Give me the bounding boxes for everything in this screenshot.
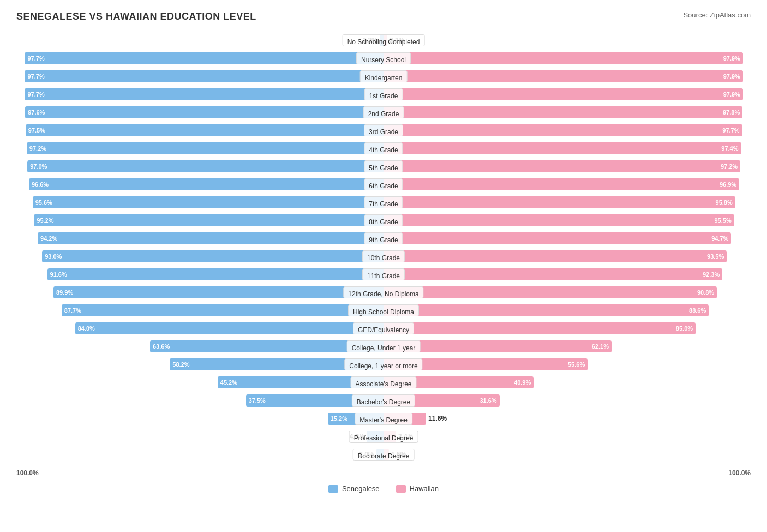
bar-right-container: 31.6% bbox=[384, 392, 751, 409]
center-label: 6th Grade bbox=[364, 178, 403, 190]
center-label: 2nd Grade bbox=[363, 106, 404, 118]
center-label: Associate's Degree bbox=[350, 376, 416, 388]
bar-row: 84.0% GED/Equivalency 85.0% bbox=[16, 320, 751, 337]
legend: Senegalese Hawaiian bbox=[16, 485, 751, 493]
bar-right-container: 40.9% bbox=[384, 374, 751, 391]
bar-right: 92.3% bbox=[384, 268, 722, 280]
center-label: 7th Grade bbox=[364, 196, 403, 208]
bar-value-inside-left: 97.5% bbox=[28, 127, 45, 134]
bar-value-inside-right: 97.9% bbox=[723, 91, 740, 98]
center-label: 1st Grade bbox=[364, 88, 403, 100]
legend-senegalese-label: Senegalese bbox=[342, 485, 380, 493]
bar-left: 91.6% bbox=[47, 268, 384, 280]
bar-value-inside-left: 97.7% bbox=[27, 55, 44, 62]
bar-left: 97.7% bbox=[25, 52, 384, 64]
bar-right-container: 55.6% bbox=[384, 356, 751, 373]
bar-left-container: 94.2% bbox=[16, 230, 384, 247]
center-label: 11th Grade bbox=[362, 268, 405, 280]
bar-left-container: 97.7% bbox=[16, 50, 384, 67]
center-label: Kindergarten bbox=[360, 70, 408, 82]
bar-row: 37.5% Bachelor's Degree 31.6% bbox=[16, 392, 751, 409]
bar-value-inside-left: 95.6% bbox=[35, 199, 52, 206]
bar-value-inside-left: 63.6% bbox=[153, 343, 170, 350]
bar-left-container: 97.7% bbox=[16, 68, 384, 85]
bar-right: 97.7% bbox=[384, 124, 742, 136]
center-label: Professional Degree bbox=[349, 431, 418, 443]
bar-left-container: 97.2% bbox=[16, 140, 384, 157]
bar-row: 2.0% Doctorate Degree 1.5% bbox=[16, 446, 751, 463]
bar-value-inside-right: 97.9% bbox=[723, 55, 740, 62]
chart-area: 2.3% No Schooling Completed 2.2% 97.7% N… bbox=[16, 32, 751, 463]
bar-left-container: 2.0% bbox=[16, 446, 384, 463]
legend-hawaiian-label: Hawaiian bbox=[410, 485, 439, 493]
bar-value-right: 11.6% bbox=[428, 415, 447, 422]
bar-right: 90.8% bbox=[384, 286, 717, 298]
bar-right: 97.9% bbox=[384, 52, 743, 64]
bar-value-inside-right: 90.8% bbox=[697, 289, 714, 296]
center-label: Master's Degree bbox=[355, 413, 412, 425]
bar-right-container: 95.5% bbox=[384, 212, 751, 229]
bar-right-container: 92.3% bbox=[384, 266, 751, 283]
center-label: GED/Equivalency bbox=[353, 322, 414, 334]
bar-row: 4.6% Professional Degree 3.4% bbox=[16, 428, 751, 445]
bar-row: 97.0% 5th Grade 97.2% bbox=[16, 158, 751, 175]
bar-value-inside-left: 15.2% bbox=[331, 415, 347, 422]
bar-value-inside-left: 97.7% bbox=[27, 73, 44, 80]
bar-left-container: 45.2% bbox=[16, 374, 384, 391]
chart-header: SENEGALESE VS HAWAIIAN EDUCATION LEVEL S… bbox=[16, 11, 751, 22]
bar-left-container: 91.6% bbox=[16, 266, 384, 283]
bar-left: 97.0% bbox=[27, 160, 384, 172]
bar-left-container: 4.6% bbox=[16, 428, 384, 445]
center-label: 8th Grade bbox=[364, 214, 403, 226]
bar-left: 97.7% bbox=[25, 70, 384, 82]
bar-value-inside-left: 97.2% bbox=[29, 145, 46, 152]
bar-left-container: 97.0% bbox=[16, 158, 384, 175]
bar-left-container: 97.7% bbox=[16, 86, 384, 103]
bar-value-inside-left: 93.0% bbox=[45, 253, 62, 260]
legend-senegalese-color bbox=[328, 485, 338, 493]
center-label: 5th Grade bbox=[364, 160, 403, 172]
bar-value-inside-right: 97.9% bbox=[723, 73, 740, 80]
bar-right-container: 62.1% bbox=[384, 338, 751, 355]
bar-value-inside-left: 94.2% bbox=[40, 235, 57, 242]
bar-value-inside-right: 85.0% bbox=[676, 325, 693, 332]
center-label: High School Diploma bbox=[348, 304, 419, 316]
bar-right: 97.9% bbox=[384, 88, 743, 100]
bar-value-inside-right: 97.2% bbox=[721, 163, 738, 170]
bar-right-container: 94.7% bbox=[384, 230, 751, 247]
bar-left: 93.0% bbox=[42, 250, 384, 262]
bar-row: 97.6% 2nd Grade 97.8% bbox=[16, 104, 751, 121]
bar-left-container: 58.2% bbox=[16, 356, 384, 373]
bar-row: 97.2% 4th Grade 97.4% bbox=[16, 140, 751, 157]
bar-value-inside-left: 97.7% bbox=[27, 91, 44, 98]
bar-value-inside-left: 97.6% bbox=[28, 109, 45, 116]
axis-left: 100.0% bbox=[16, 469, 39, 477]
bar-value-inside-left: 37.5% bbox=[249, 397, 266, 404]
bar-row: 96.6% 6th Grade 96.9% bbox=[16, 176, 751, 193]
bar-right-container: 95.8% bbox=[384, 194, 751, 211]
bar-left-container: 96.6% bbox=[16, 176, 384, 193]
bar-row: 95.2% 8th Grade 95.5% bbox=[16, 212, 751, 229]
bar-right-container: 3.4% bbox=[384, 428, 751, 445]
axis-right: 100.0% bbox=[728, 469, 751, 477]
bar-left-container: 2.3% bbox=[16, 32, 384, 49]
bar-row: 63.6% College, Under 1 year 62.1% bbox=[16, 338, 751, 355]
bar-left: 97.7% bbox=[25, 88, 384, 100]
bar-row: 87.7% High School Diploma 88.6% bbox=[16, 302, 751, 319]
bar-left-container: 97.6% bbox=[16, 104, 384, 121]
bar-row: 89.9% 12th Grade, No Diploma 90.8% bbox=[16, 284, 751, 301]
bar-value-inside-right: 97.8% bbox=[723, 109, 740, 116]
bar-row: 2.3% No Schooling Completed 2.2% bbox=[16, 32, 751, 49]
bar-right-container: 85.0% bbox=[384, 320, 751, 337]
bar-left: 97.2% bbox=[27, 142, 384, 154]
bar-value-inside-left: 45.2% bbox=[220, 379, 237, 386]
bar-value-inside-right: 97.4% bbox=[721, 145, 738, 152]
axis-row: 100.0% 100.0% bbox=[16, 469, 751, 477]
bar-left-container: 93.0% bbox=[16, 248, 384, 265]
bar-value-inside-left: 87.7% bbox=[64, 307, 81, 314]
bar-row: 93.0% 10th Grade 93.5% bbox=[16, 248, 751, 265]
bar-value-inside-left: 89.9% bbox=[56, 289, 73, 296]
bar-value-inside-right: 95.5% bbox=[715, 217, 732, 224]
chart-container: SENEGALESE VS HAWAIIAN EDUCATION LEVEL S… bbox=[0, 0, 767, 515]
bar-right-container: 96.9% bbox=[384, 176, 751, 193]
